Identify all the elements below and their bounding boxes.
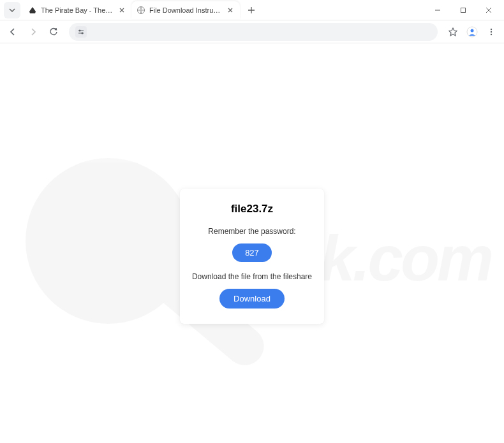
- maximize-button[interactable]: [450, 1, 476, 19]
- page-content: risk.com file23.7z Remember the password…: [0, 43, 504, 443]
- new-tab-button[interactable]: [244, 3, 259, 18]
- close-icon[interactable]: [226, 6, 235, 15]
- toolbar-right: [444, 23, 500, 41]
- tab-title: The Pirate Bay - The galaxy's m: [41, 6, 114, 14]
- tab-strip: The Pirate Bay - The galaxy's m File Dow…: [0, 0, 421, 20]
- password-value: 827: [232, 243, 272, 262]
- svg-rect-1: [461, 8, 466, 12]
- password-label: Remember the password:: [191, 227, 313, 236]
- tab-file-download[interactable]: File Download Instructions for f: [131, 1, 240, 19]
- address-bar[interactable]: [69, 23, 438, 41]
- globe-icon: [137, 6, 145, 15]
- close-window-button[interactable]: [476, 1, 501, 19]
- svg-point-6: [491, 28, 492, 29]
- svg-point-7: [491, 31, 492, 32]
- tab-pirate-bay[interactable]: The Pirate Bay - The galaxy's m: [23, 1, 131, 19]
- svg-point-5: [471, 29, 474, 32]
- ship-icon: [28, 6, 37, 15]
- filename: file23.7z: [191, 203, 313, 215]
- download-card: file23.7z Remember the password: 827 Dow…: [180, 189, 324, 324]
- minimize-button[interactable]: [425, 1, 450, 19]
- svg-point-8: [491, 33, 492, 34]
- browser-toolbar: [0, 20, 504, 43]
- download-button[interactable]: Download: [219, 289, 285, 309]
- profile-button[interactable]: [463, 23, 481, 41]
- site-settings-icon[interactable]: [75, 26, 87, 38]
- close-icon[interactable]: [117, 6, 126, 15]
- back-button[interactable]: [4, 23, 22, 41]
- reload-button[interactable]: [45, 23, 63, 41]
- tab-search-dropdown[interactable]: [4, 2, 20, 18]
- svg-point-3: [82, 32, 84, 34]
- tab-title: File Download Instructions for f: [149, 6, 222, 14]
- bookmark-button[interactable]: [444, 23, 462, 41]
- forward-button[interactable]: [24, 23, 42, 41]
- menu-button[interactable]: [482, 23, 500, 41]
- svg-point-2: [79, 29, 81, 31]
- download-instruction: Download the file from the fileshare: [191, 272, 313, 281]
